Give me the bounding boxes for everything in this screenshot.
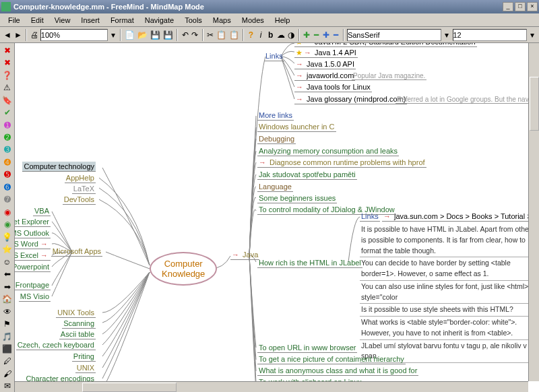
menu-help[interactable]: Help bbox=[270, 15, 296, 26]
wizard-icon[interactable]: 🖌 bbox=[1, 368, 13, 379]
maximize-button[interactable]: □ bbox=[515, 2, 526, 11]
node-latex[interactable]: LaTeX bbox=[72, 184, 96, 194]
priority2-icon[interactable]: ➋ bbox=[1, 131, 13, 143]
node-links[interactable]: Links bbox=[264, 51, 284, 61]
edge-plus-button[interactable]: ✚ bbox=[322, 28, 331, 42]
open-button[interactable]: 📂 bbox=[137, 28, 148, 42]
copy-button[interactable]: 📋 bbox=[216, 28, 227, 42]
node-msword[interactable]: MS Word → bbox=[15, 239, 51, 249]
next-button[interactable]: ► bbox=[13, 28, 23, 42]
node-msexcel[interactable]: MS Excel → bbox=[15, 251, 51, 261]
prev-button[interactable]: ◄ bbox=[3, 28, 12, 42]
node-debugging[interactable]: Debugging bbox=[257, 134, 296, 144]
node-priting[interactable]: Priting bbox=[72, 352, 96, 362]
node-unix[interactable]: UNIX bbox=[75, 363, 96, 373]
node-jlabel-path[interactable]: → java.sun.com > Docs > Books > Tutorial… bbox=[382, 211, 539, 222]
node-devtools[interactable]: DevTools bbox=[63, 195, 96, 205]
star-icon[interactable]: ⭐ bbox=[1, 244, 13, 255]
vertical-scrollbar[interactable] bbox=[528, 43, 539, 381]
redo-button[interactable]: ↷ bbox=[191, 28, 199, 42]
node-java-link-1[interactable]: ★→ Java 1.4 API bbox=[294, 48, 358, 58]
remove-all-icon[interactable]: ✖ bbox=[1, 57, 13, 68]
node-vba[interactable]: VBA bbox=[33, 206, 51, 216]
node-computer-technology[interactable]: Computer technology bbox=[22, 162, 96, 172]
stop-icon[interactable]: ◉ bbox=[1, 206, 13, 218]
node-msvisio[interactable]: MS Visio bbox=[19, 292, 51, 302]
node-anonclass[interactable]: What is anonymous class and what it is g… bbox=[257, 366, 418, 376]
pen-icon[interactable]: 🖊 bbox=[1, 356, 13, 367]
node-java-link-2[interactable]: → Java 1.5.0 API bbox=[294, 59, 356, 69]
node-java[interactable]: → Java bbox=[230, 250, 259, 260]
central-node[interactable]: Computer Knowledge bbox=[150, 252, 217, 286]
node-openurl[interactable]: To open URL in www browser bbox=[257, 343, 357, 353]
undo-button[interactable]: ↶ bbox=[181, 28, 189, 42]
node-czech[interactable]: Czech, czech keyboard bbox=[16, 340, 96, 350]
mindmap-canvas[interactable]: Computer Knowledge Computer technology A… bbox=[15, 43, 539, 392]
node-plus-button[interactable]: ✚ bbox=[303, 28, 311, 42]
edge-minus-button[interactable]: ━ bbox=[331, 28, 340, 42]
go-icon[interactable]: ◉ bbox=[1, 219, 13, 230]
tag-icon[interactable]: 🔖 bbox=[1, 94, 13, 106]
node-jakstud[interactable]: Jak studovat spotřebu paměti bbox=[257, 170, 357, 180]
node-ascii[interactable]: Ascii table bbox=[59, 329, 96, 339]
korn-icon[interactable]: ⬛ bbox=[1, 343, 13, 354]
lightbulb-icon[interactable]: 💡 bbox=[1, 231, 13, 242]
smiley-icon[interactable]: ☺ bbox=[1, 256, 13, 267]
zoom-dropdown[interactable]: ▾ bbox=[109, 28, 118, 42]
node-mspowerpoint[interactable]: MS Powerpoint bbox=[15, 262, 51, 272]
menu-view[interactable]: View bbox=[49, 15, 76, 26]
paste-button[interactable]: 📋 bbox=[228, 28, 240, 42]
check-icon[interactable]: ✔ bbox=[1, 106, 13, 118]
forward-icon[interactable]: ➡ bbox=[1, 281, 13, 292]
node-hprof[interactable]: → Diagnose common runtime problems with … bbox=[257, 158, 426, 168]
node-containment[interactable]: To get a nice picture of contaiment hier… bbox=[257, 354, 406, 364]
back-icon[interactable]: ⬅ bbox=[1, 268, 13, 280]
menu-navigate[interactable]: Navigate bbox=[139, 15, 179, 26]
help-icon[interactable]: ❓ bbox=[1, 69, 13, 81]
priority7-icon[interactable]: ➐ bbox=[1, 194, 13, 205]
node-language[interactable]: Language bbox=[257, 182, 293, 192]
fontsize-input[interactable] bbox=[453, 29, 527, 41]
scrollbar-thumb[interactable] bbox=[530, 77, 539, 131]
saveas-button[interactable]: 💾 bbox=[162, 28, 174, 42]
node-jlabel[interactable]: How rich is the HTML in JLabel bbox=[257, 258, 362, 268]
alert-icon[interactable]: ⚠ bbox=[1, 81, 13, 93]
node-java-link-4[interactable]: → Java tools for Linux bbox=[294, 82, 372, 92]
font-input[interactable] bbox=[347, 29, 441, 41]
menu-edit[interactable]: Edit bbox=[26, 15, 49, 26]
node-msoutlook[interactable]: MS Outlook bbox=[15, 228, 51, 238]
color-button[interactable]: ◑ bbox=[287, 28, 296, 42]
remove-icon[interactable]: ✖ bbox=[1, 44, 13, 56]
node-scanning[interactable]: Scanning bbox=[62, 319, 96, 329]
node-microsoft-apps[interactable]: Microsoft Apps bbox=[51, 247, 102, 257]
bold-button[interactable]: b bbox=[266, 28, 275, 42]
node-minus-button[interactable]: ━ bbox=[312, 28, 321, 42]
scrollbar-thumb[interactable] bbox=[82, 383, 177, 392]
priority6-icon[interactable]: ➏ bbox=[1, 181, 13, 193]
priority1-icon[interactable]: ➊ bbox=[1, 119, 13, 131]
menu-file[interactable]: File bbox=[3, 15, 26, 26]
font-dropdown[interactable]: ▾ bbox=[443, 28, 451, 42]
mail-icon[interactable]: ✉ bbox=[1, 381, 13, 392]
menu-maps[interactable]: Maps bbox=[208, 15, 236, 26]
cloud-button[interactable]: ☁ bbox=[276, 28, 286, 42]
node-java-link-0[interactable]: ★→ JavaTM 2 SDK, Standard Edition Docume… bbox=[294, 43, 477, 47]
node-unixtools[interactable]: UNIX Tools bbox=[56, 308, 96, 318]
save-button[interactable]: 💾 bbox=[150, 28, 161, 42]
menu-modes[interactable]: Modes bbox=[236, 15, 270, 26]
flag-icon[interactable]: ⚑ bbox=[1, 318, 13, 329]
node-more-links[interactable]: More links bbox=[257, 110, 294, 121]
minimize-button[interactable]: _ bbox=[503, 2, 513, 11]
node-java-link-3[interactable]: → javaworld.com bbox=[294, 71, 355, 81]
jlabel-textblock[interactable]: It is possible to have HTML in JLabel. A… bbox=[360, 224, 539, 363]
node-msfrontpage[interactable]: MS Frontpage bbox=[15, 280, 51, 290]
node-winlauncher[interactable]: Windows launcher in C bbox=[257, 122, 336, 132]
menu-tools[interactable]: Tools bbox=[179, 15, 208, 26]
node-memleaks[interactable]: Analyzing memory consumption and leaks bbox=[257, 146, 399, 156]
fontsize-dropdown[interactable]: ▾ bbox=[528, 28, 537, 42]
zoom-input[interactable] bbox=[40, 29, 108, 41]
node-apphelp[interactable]: AppHelp bbox=[65, 173, 96, 183]
music-icon[interactable]: 🎵 bbox=[1, 331, 13, 342]
priority3-icon[interactable]: ➌ bbox=[1, 144, 13, 156]
print-button[interactable]: 🖨 bbox=[30, 28, 39, 42]
